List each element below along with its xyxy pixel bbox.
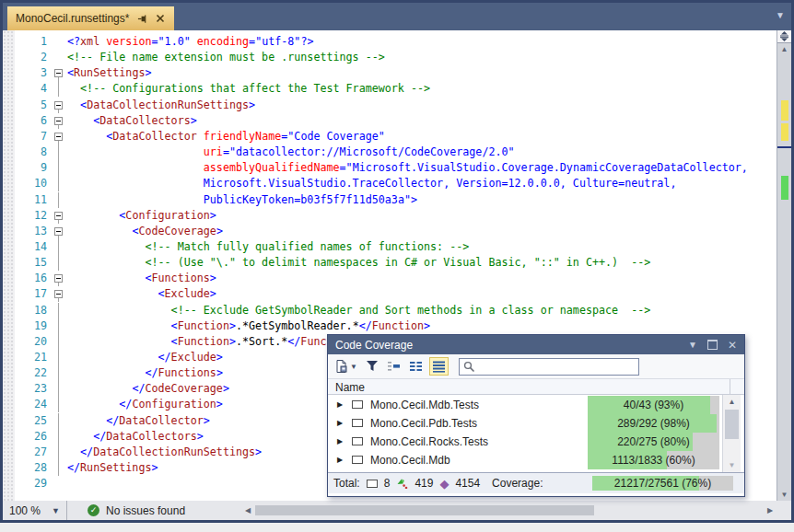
import-results-button[interactable]: ▼ [333,357,359,376]
code-line[interactable]: 6 <DataCollectors> [3,113,776,129]
scroll-down-button[interactable]: ▼ [777,489,791,501]
fold-margin[interactable] [53,160,64,176]
scroll-down-button[interactable]: ▼ [723,458,741,472]
fold-margin[interactable] [53,65,64,81]
code-line[interactable]: 15 <!-- (Use "\." to delimit namespaces … [3,255,776,271]
search-box[interactable] [459,358,639,376]
document-tab[interactable]: MonoCecil.runsettings* [7,6,174,30]
fold-collapse-icon[interactable] [54,117,63,125]
filter-button[interactable] [364,357,380,376]
fold-margin[interactable] [53,350,64,365]
fold-collapse-icon[interactable] [54,274,63,283]
remove-coverage-button[interactable] [407,357,425,376]
fold-margin[interactable] [53,318,64,334]
column-divider[interactable] [730,379,730,394]
code-line[interactable]: 7 <DataCollector friendlyName="Code Cove… [3,129,776,145]
expand-icon[interactable]: ▶ [337,438,343,445]
code-line[interactable]: 1<?xml version="1.0" encoding="utf-8"?> [3,34,776,50]
expand-icon[interactable]: ▶ [337,420,343,427]
search-input[interactable] [478,359,635,374]
horizontal-scroll-thumb[interactable] [255,505,594,515]
syntax-segment: <!-- Match fully qualified names of func… [145,240,469,253]
table-header[interactable]: Name [328,378,744,395]
table-scroll-thumb[interactable] [725,410,739,439]
coverage-row[interactable]: ▶Mono.Cecil.Mdb1113/1833 (60%) [328,451,744,469]
close-icon[interactable]: ✕ [728,339,737,352]
fold-collapse-icon[interactable] [54,101,63,110]
fold-margin[interactable] [53,34,64,50]
pin-icon[interactable] [136,13,147,24]
fold-margin[interactable] [53,413,64,429]
fold-margin[interactable] [53,445,64,460]
fold-margin[interactable] [53,381,64,397]
close-icon[interactable] [155,13,166,24]
show-code-coverage-coloring-button[interactable] [385,357,403,376]
fold-margin[interactable] [53,224,64,239]
window-position-icon[interactable]: ▼ [688,340,697,350]
code-line[interactable]: 9 assemblyQualifiedName="Microsoft.Visua… [3,160,776,176]
code-line[interactable]: 4 <!-- Configurations that affect the Te… [3,81,776,97]
fold-margin[interactable] [53,239,64,255]
scroll-up-button[interactable]: ▲ [723,395,741,409]
document-health-indicator[interactable]: ✓ No issues found [88,501,185,520]
fold-margin[interactable] [53,286,64,302]
show-all-results-button[interactable] [429,357,449,376]
panel-title-bar[interactable]: Code Coverage ▼ ✕ [328,335,744,354]
code-line[interactable]: 17 <Exclude> [3,286,776,302]
code-line[interactable]: 18 <!-- Exclude GetSymbolReader and Sort… [3,303,776,318]
code-line[interactable]: 12 <Configuration> [3,208,776,224]
code-line[interactable]: 5 <DataCollectionRunSettings> [3,98,776,113]
syntax-segment [197,130,204,143]
fold-margin[interactable] [53,208,64,224]
split-editor-handle-icon[interactable] [777,30,791,43]
fold-margin[interactable] [53,476,64,492]
fold-margin[interactable] [53,192,64,208]
fold-collapse-icon[interactable] [54,69,63,77]
maximize-icon[interactable] [707,340,718,350]
fold-margin[interactable] [53,271,64,286]
indent [67,130,106,143]
fold-margin[interactable] [53,255,64,271]
code-line[interactable]: 3<RunSettings> [3,65,776,81]
name-column-header[interactable]: Name [335,381,365,394]
fold-margin[interactable] [53,98,64,113]
fold-margin[interactable] [53,397,64,412]
code-line[interactable]: 14 <!-- Match fully qualified names of f… [3,239,776,255]
code-line[interactable]: 10 Microsoft.VisualStudio.TraceCollector… [3,176,776,191]
zoom-control[interactable]: 100 % ▼ [3,501,67,520]
fold-margin[interactable] [53,145,64,160]
expand-icon[interactable]: ▶ [337,457,343,464]
fold-margin[interactable] [53,429,64,445]
coverage-row[interactable]: ▶Mono.Cecil.Mdb.Tests40/43 (93%) [328,396,744,414]
scroll-left-button[interactable]: ◀ [241,501,254,520]
coverage-row[interactable]: ▶Mono.Cecil.Pdb.Tests289/292 (98%) [328,414,744,433]
fold-margin[interactable] [53,334,64,350]
code-line[interactable]: 2<!-- File name extension must be .runse… [3,50,776,65]
code-line[interactable]: 11 PublicKeyToken=b03f5f7f11d50a3a"> [3,192,776,208]
line-number: 8 [3,145,47,160]
code-line[interactable]: 8 uri="datacollector://Microsoft/CodeCov… [3,145,776,160]
fold-margin[interactable] [53,460,64,476]
fold-margin[interactable] [53,50,64,65]
editor-vertical-scrollbar[interactable]: ▲ ▼ [776,30,791,501]
fold-margin[interactable] [53,81,64,97]
fold-collapse-icon[interactable] [54,227,63,236]
code-line[interactable]: 13 <CodeCoverage> [3,224,776,239]
code-line[interactable]: 16 <Functions> [3,271,776,286]
fold-margin[interactable] [53,113,64,129]
fold-margin[interactable] [53,365,64,381]
fold-collapse-icon[interactable] [54,133,63,141]
expand-icon[interactable]: ▶ [337,401,343,409]
line-number: 22 [3,365,47,381]
document-well-dropdown-icon[interactable]: ▼ [776,10,785,20]
fold-margin[interactable] [53,303,64,318]
scroll-right-button[interactable]: ▶ [764,501,776,520]
fold-collapse-icon[interactable] [54,290,63,298]
coverage-row[interactable]: ▶Mono.Cecil.Rocks.Tests220/275 (80%) [328,433,744,451]
fold-margin[interactable] [53,129,64,145]
code-line[interactable]: 19 <Function>.*GetSymbolReader.*</Functi… [3,318,776,334]
table-scrollbar[interactable]: ▲ ▼ [722,395,741,472]
scroll-track[interactable] [777,54,791,489]
fold-margin[interactable] [53,176,64,191]
fold-collapse-icon[interactable] [54,212,63,220]
